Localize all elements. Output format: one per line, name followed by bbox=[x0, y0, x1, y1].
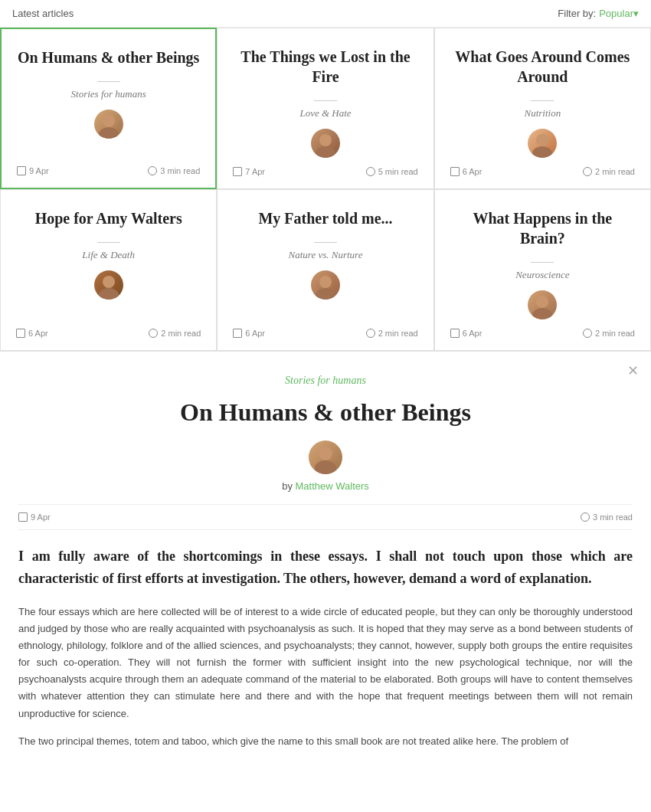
card-avatar bbox=[311, 129, 340, 158]
svg-point-8 bbox=[319, 276, 332, 288]
card-read-time: 2 min read bbox=[583, 329, 635, 338]
calendar-icon bbox=[18, 512, 28, 522]
card-title: What Happens in the Brain? bbox=[450, 208, 635, 248]
article-card-5[interactable]: My Father told me... Nature vs. Nurture … bbox=[217, 189, 433, 351]
svg-point-7 bbox=[99, 288, 119, 300]
card-avatar bbox=[528, 290, 557, 319]
svg-point-5 bbox=[532, 146, 552, 158]
clock-icon bbox=[149, 329, 158, 338]
svg-point-1 bbox=[99, 127, 119, 139]
card-footer: 6 Apr 2 min read bbox=[450, 167, 635, 176]
card-read-time: 5 min read bbox=[366, 167, 418, 176]
card-avatar bbox=[528, 129, 557, 158]
svg-point-11 bbox=[532, 308, 552, 319]
calendar-icon bbox=[450, 167, 460, 176]
close-button[interactable]: ✕ bbox=[627, 364, 639, 378]
detail-byline: by Matthew Walters bbox=[282, 480, 369, 492]
article-detail: ✕ Stories for humans On Humans & other B… bbox=[0, 352, 651, 784]
svg-point-2 bbox=[319, 134, 332, 146]
detail-lead-paragraph: I am fully aware of the shortcomings in … bbox=[18, 545, 633, 590]
card-category: Neuroscience bbox=[450, 269, 635, 281]
filter-value[interactable]: Popular▾ bbox=[599, 8, 639, 19]
card-read-time: 3 min read bbox=[148, 166, 200, 175]
clock-icon bbox=[583, 167, 592, 176]
card-read-time: 2 min read bbox=[149, 329, 201, 338]
calendar-icon bbox=[233, 329, 242, 338]
card-divider bbox=[97, 81, 120, 82]
article-card-3[interactable]: What Goes Around Comes Around Nutrition … bbox=[434, 28, 651, 189]
svg-point-0 bbox=[103, 115, 115, 127]
card-title: What Goes Around Comes Around bbox=[450, 47, 635, 87]
card-read-time: 2 min read bbox=[583, 167, 635, 176]
card-footer: 6 Apr 2 min read bbox=[450, 329, 635, 338]
article-card-4[interactable]: Hope for Amy Walters Life & Death 6 Apr … bbox=[0, 189, 217, 351]
article-card-6[interactable]: What Happens in the Brain? Neuroscience … bbox=[434, 189, 651, 351]
card-date: 9 Apr bbox=[17, 166, 49, 175]
clock-icon bbox=[366, 329, 375, 338]
card-category: Love & Hate bbox=[233, 107, 417, 120]
clock-icon bbox=[148, 166, 157, 175]
card-date: 6 Apr bbox=[450, 167, 483, 176]
clock-icon bbox=[366, 167, 375, 176]
svg-point-13 bbox=[315, 460, 336, 474]
card-footer: 6 Apr 2 min read bbox=[233, 329, 417, 338]
calendar-icon bbox=[450, 329, 460, 338]
svg-point-9 bbox=[316, 288, 335, 300]
calendar-icon bbox=[16, 329, 25, 338]
detail-meta: 9 Apr 3 min read bbox=[18, 504, 633, 530]
detail-category: Stories for humans bbox=[18, 375, 633, 387]
clock-icon bbox=[583, 329, 592, 338]
article-card-1[interactable]: On Humans & other Beings Stories for hum… bbox=[0, 28, 217, 189]
svg-point-3 bbox=[316, 146, 335, 158]
detail-body-2: The two principal themes, totem and tabo… bbox=[18, 733, 633, 750]
card-date: 6 Apr bbox=[16, 329, 48, 338]
detail-avatar bbox=[309, 440, 342, 474]
card-title: My Father told me... bbox=[233, 208, 417, 228]
detail-body-1: The four essays which are here collected… bbox=[18, 604, 633, 722]
card-avatar bbox=[94, 270, 123, 300]
card-avatar bbox=[94, 110, 123, 139]
article-card-2[interactable]: The Things we Lost in the Fire Love & Ha… bbox=[217, 28, 433, 189]
card-date: 6 Apr bbox=[450, 329, 483, 338]
card-divider bbox=[314, 242, 337, 243]
card-category: Nutrition bbox=[450, 107, 635, 120]
svg-point-6 bbox=[103, 276, 115, 288]
card-divider bbox=[531, 262, 554, 263]
card-category: Stories for humans bbox=[17, 88, 200, 100]
svg-point-10 bbox=[536, 296, 548, 308]
card-divider bbox=[314, 100, 337, 101]
top-bar: Latest articles Filter by: Popular▾ bbox=[0, 0, 651, 28]
author-link[interactable]: Matthew Walters bbox=[296, 480, 369, 492]
card-category: Life & Death bbox=[16, 249, 201, 261]
card-divider bbox=[531, 100, 554, 101]
card-date: 6 Apr bbox=[233, 329, 265, 338]
svg-point-12 bbox=[319, 447, 332, 460]
detail-date: 9 Apr bbox=[18, 512, 51, 522]
card-date: 7 Apr bbox=[233, 167, 265, 176]
card-read-time: 2 min read bbox=[366, 329, 418, 338]
filter-control[interactable]: Filter by: Popular▾ bbox=[558, 8, 639, 19]
card-title: The Things we Lost in the Fire bbox=[233, 47, 417, 87]
card-footer: 9 Apr 3 min read bbox=[17, 166, 200, 175]
calendar-icon bbox=[233, 167, 242, 176]
clock-icon bbox=[581, 512, 590, 522]
detail-title: On Humans & other Beings bbox=[18, 398, 633, 427]
svg-point-4 bbox=[536, 134, 548, 146]
article-grid: On Humans & other Beings Stories for hum… bbox=[0, 28, 651, 352]
card-footer: 7 Apr 5 min read bbox=[233, 167, 417, 176]
calendar-icon bbox=[17, 166, 26, 175]
detail-author-row: by Matthew Walters bbox=[18, 440, 633, 492]
card-title: On Humans & other Beings bbox=[17, 47, 200, 67]
card-category: Nature vs. Nurture bbox=[233, 249, 417, 261]
card-footer: 6 Apr 2 min read bbox=[16, 329, 201, 338]
detail-read-time: 3 min read bbox=[581, 512, 633, 522]
filter-label: Filter by: bbox=[558, 8, 596, 19]
page-title: Latest articles bbox=[12, 8, 74, 19]
card-title: Hope for Amy Walters bbox=[16, 208, 201, 228]
card-avatar bbox=[311, 270, 340, 300]
card-divider bbox=[97, 242, 120, 243]
